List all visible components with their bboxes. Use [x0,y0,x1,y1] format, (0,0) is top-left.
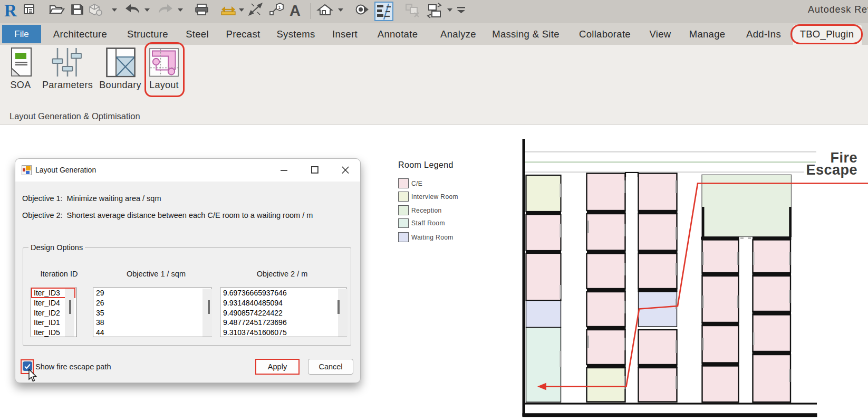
svg-text:R: R [4,1,17,20]
svg-text:1: 1 [278,5,281,10]
svg-text:A: A [290,2,301,19]
